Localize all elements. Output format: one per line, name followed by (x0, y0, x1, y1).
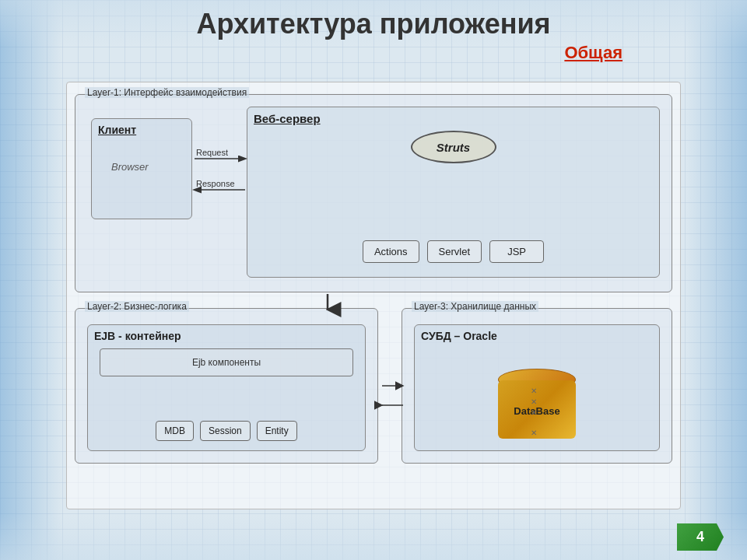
ejb-session: Session (200, 421, 251, 441)
response-label: Response (196, 179, 235, 188)
layer3-container: Layer-3: Хранилище данных СУБД – Oracle … (402, 308, 672, 464)
webserver-title: Веб-сервер (247, 107, 659, 128)
browser-label: Browser (92, 138, 191, 173)
layer2-label: Layer-2: Бизнес-логика (85, 301, 189, 312)
ejb-entity: Entity (257, 421, 297, 441)
db-x3: ✕ (531, 408, 537, 417)
actions-component: Actions (363, 240, 419, 263)
layer1-label: Layer-1: Интерфейс взаимодействия (85, 87, 249, 98)
layer2-container: Layer-2: Бизнес-логика EJB - контейнер E… (75, 308, 378, 464)
dbms-title: СУБД – Oracle (415, 325, 659, 345)
architecture-diagram: Layer-1: Интерфейс взаимодействия Клиент… (66, 82, 681, 509)
webserver-box: Веб-сервер Struts Actions Servlet JSP (247, 107, 660, 278)
struts-label: Struts (437, 141, 470, 154)
client-box: Клиент Browser (91, 118, 192, 219)
struts-oval: Struts (411, 131, 496, 163)
side-gradient-left (0, 0, 62, 560)
client-title: Клиент (92, 119, 191, 138)
side-gradient-bottom (0, 513, 747, 560)
jsp-component: JSP (489, 240, 544, 263)
database-cylinder: DataBase ✕ ✕ ✕ ✕ (498, 369, 576, 439)
db-x4: ✕ (531, 429, 537, 437)
db-cylinder-body: DataBase ✕ ✕ ✕ ✕ (498, 380, 576, 439)
ejb-items-row: MDB Session Entity (96, 421, 357, 441)
layer1-container: Layer-1: Интерфейс взаимодействия Клиент… (75, 94, 672, 292)
ejb-box: EJB - контейнер Ejb компоненты MDB Sessi… (87, 324, 366, 451)
webserver-components: Actions Servlet JSP (255, 240, 651, 263)
page-subtitle: Общая (564, 43, 622, 63)
servlet-component: Servlet (427, 240, 482, 263)
ejb-components-label: Ejb компоненты (100, 348, 353, 376)
layer3-label: Layer-3: Хранилище данных (412, 301, 538, 312)
slide-number-badge: 4 (677, 523, 724, 551)
db-x2: ✕ (531, 397, 537, 406)
dbms-box: СУБД – Oracle DataBase ✕ ✕ ✕ ✕ (414, 324, 660, 451)
ejb-mdb: MDB (156, 421, 194, 441)
db-label: DataBase (498, 405, 576, 417)
slide-number-text: 4 (696, 529, 704, 545)
request-label: Request (196, 148, 228, 157)
side-gradient-right (685, 0, 747, 560)
page-title: Архитектура приложения (0, 8, 747, 40)
db-x1: ✕ (531, 387, 537, 395)
ejb-title: EJB - контейнер (88, 325, 365, 345)
